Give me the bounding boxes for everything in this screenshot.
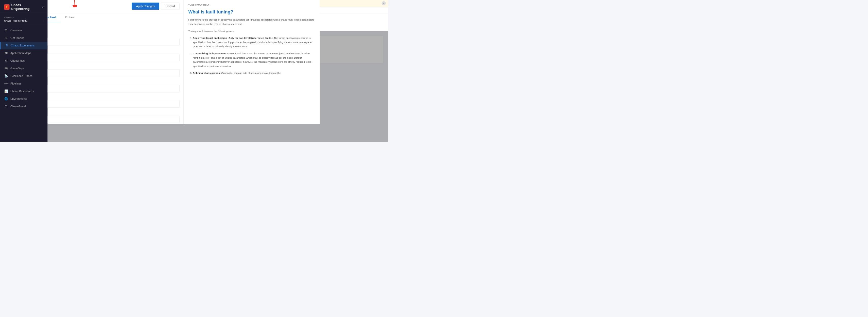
- sidebar-project[interactable]: PROJECT Chaos-Test-In-Prod2 ›: [0, 14, 48, 25]
- help-step-2-title: Customizing fault parameters:: [193, 52, 229, 55]
- label-pod-affected-percentage: POD AFFECTED PERCENTAGE: [48, 96, 180, 99]
- help-step-2: Customizing fault parameters: Every faul…: [193, 51, 315, 68]
- chaoshubs-icon: ⚙: [4, 59, 8, 63]
- modal-body: Tune fault properties TOTAL CHAOS DURATI…: [48, 22, 184, 124]
- input-force[interactable]: [48, 69, 180, 77]
- application-maps-icon: 🗺: [4, 52, 8, 55]
- field-pod-affected-percentage: POD AFFECTED PERCENTAGE: [48, 96, 180, 108]
- project-chevron-icon: ›: [43, 20, 43, 22]
- tab-tune-fault[interactable]: Tune Fault: [48, 13, 61, 22]
- sidebar-item-application-maps[interactable]: 🗺 Application Maps: [0, 50, 48, 57]
- app-wrapper: ⚡ Chaos Engineering ⠿ PROJECT Chaos-Test…: [0, 0, 388, 142]
- environments-label: Environments: [10, 97, 27, 100]
- gamedays-label: GameDays: [10, 67, 24, 70]
- input-total-chaos-duration[interactable]: [48, 38, 180, 46]
- help-step-3-title: Defining chaos probes:: [193, 71, 220, 75]
- label-ramp-time: RAMP TIME i: [48, 81, 180, 84]
- resilience-probes-label: Resilience Probes: [10, 75, 32, 78]
- modal-actions: Apply Changes Discard: [132, 3, 180, 10]
- tune-fault-section-title: Tune fault properties: [48, 26, 180, 30]
- get-started-icon: ◎: [4, 36, 8, 40]
- sidebar-item-environments[interactable]: 🌐 Environments: [0, 95, 48, 103]
- modal-tabs: Target Application Tune Fault Probes: [48, 13, 184, 22]
- help-panel-title: What is fault tuning?: [188, 9, 315, 15]
- overview-icon: ⊙: [4, 29, 8, 32]
- sidebar-item-resilience-probes[interactable]: 📡 Resilience Probes: [0, 72, 48, 80]
- help-panel: TUNE FAULT HELP What is fault tuning? Fa…: [184, 0, 319, 124]
- discard-button[interactable]: Discard: [161, 3, 180, 10]
- gamedays-icon: 🎮: [4, 66, 8, 70]
- help-intro: Fault tuning is the process of specifyin…: [188, 18, 315, 26]
- sidebar-item-chaos-experiments[interactable]: ⚗ Chaos Experiments: [0, 42, 48, 50]
- canvas-area: ▶ ⟳ ⚙ pod-delete-uva + Add: [48, 31, 388, 142]
- input-ramp-time[interactable]: [48, 85, 180, 93]
- chaos-experiments-icon: ⚗: [5, 44, 9, 48]
- modal-panel: ⚙ pod-delete-uva Apply Changes Discard T…: [48, 0, 184, 124]
- project-label: PROJECT: [4, 16, 43, 19]
- get-started-label: Get Started: [10, 36, 24, 39]
- help-steps-intro: Tuning a fault involves the following st…: [188, 29, 315, 33]
- help-panel-label: TUNE FAULT HELP: [188, 4, 315, 6]
- sidebar-nav: ⊙ Overview ◎ Get Started ⚗ Chaos Experim…: [0, 25, 48, 142]
- overview-label: Overview: [10, 29, 22, 32]
- chaosguard-label: ChaosGuard: [10, 105, 26, 108]
- chaos-dashboards-icon: 📊: [4, 89, 8, 93]
- field-target-pods: TARGET PODS i: [48, 111, 180, 123]
- sidebar-item-gamedays[interactable]: 🎮 GameDays: [0, 64, 48, 72]
- chaos-dashboards-label: Chaos Dashboards: [10, 90, 34, 93]
- help-step-3: Defining chaos probes: Optionally, you c…: [193, 71, 315, 76]
- help-panel-body: Fault tuning is the process of specifyin…: [188, 18, 315, 76]
- tab-probes[interactable]: Probes: [61, 13, 78, 22]
- label-force: FORCE i: [48, 65, 180, 68]
- help-step-1-title: Specifying target application (Only for …: [193, 36, 273, 39]
- sidebar-menu-icon[interactable]: ⠿: [42, 6, 43, 8]
- chaosguard-icon: 🛡: [4, 105, 8, 108]
- apply-changes-button[interactable]: Apply Changes: [132, 3, 159, 10]
- main-content: Harness is planning to update the base i…: [48, 0, 388, 142]
- help-step-1: Specifying target application (Only for …: [193, 36, 315, 49]
- field-total-chaos-duration: TOTAL CHAOS DURATION i: [48, 33, 180, 46]
- sidebar-logo[interactable]: ⚡ Chaos Engineering ⠿: [0, 0, 48, 14]
- environments-icon: 🌐: [4, 97, 8, 100]
- field-force: FORCE i: [48, 65, 180, 77]
- sidebar-item-chaos-dashboards[interactable]: 📊 Chaos Dashboards: [0, 87, 48, 95]
- banner-close-button[interactable]: ×: [382, 1, 386, 5]
- application-maps-label: Application Maps: [10, 52, 31, 55]
- help-steps-list: Specifying target application (Only for …: [188, 36, 315, 75]
- sidebar: ⚡ Chaos Engineering ⠿ PROJECT Chaos-Test…: [0, 0, 48, 142]
- arrow-indicator: [66, 0, 80, 7]
- project-name: Chaos-Test-In-Prod2 ›: [4, 20, 43, 23]
- field-ramp-time: RAMP TIME i: [48, 81, 180, 92]
- logo-icon: ⚡: [4, 4, 9, 10]
- resilience-probes-icon: 📡: [4, 74, 8, 78]
- sidebar-item-pipelines[interactable]: ⟶ Pipelines: [0, 80, 48, 87]
- pipelines-label: Pipelines: [10, 82, 22, 85]
- chaoshubs-label: ChaosHubs: [10, 59, 25, 62]
- sidebar-item-chaoshubs[interactable]: ⚙ ChaosHubs: [0, 57, 48, 64]
- pipelines-icon: ⟶: [4, 82, 8, 85]
- input-chaos-interval[interactable]: [48, 54, 180, 61]
- input-target-pods[interactable]: [48, 116, 180, 123]
- label-target-pods: TARGET PODS i: [48, 111, 180, 114]
- field-chaos-interval: CHAOS INTERVAL i: [48, 49, 180, 61]
- modal-container: ⚙ pod-delete-uva Apply Changes Discard T…: [48, 0, 320, 124]
- sidebar-item-get-started[interactable]: ◎ Get Started: [0, 34, 48, 42]
- input-pod-affected-percentage[interactable]: [48, 100, 180, 108]
- label-total-chaos-duration: TOTAL CHAOS DURATION i: [48, 33, 180, 37]
- chaos-experiments-label: Chaos Experiments: [11, 44, 35, 47]
- sidebar-item-chaosguard[interactable]: 🛡 ChaosGuard: [0, 103, 48, 110]
- help-step-3-text: Optionally, you can add chaos probes to …: [221, 71, 281, 75]
- modal-overlay: ⚙ pod-delete-uva Apply Changes Discard T…: [48, 31, 388, 142]
- label-chaos-interval: CHAOS INTERVAL i: [48, 49, 180, 53]
- sidebar-item-overview[interactable]: ⊙ Overview: [0, 27, 48, 34]
- logo-title: Chaos Engineering: [11, 3, 40, 11]
